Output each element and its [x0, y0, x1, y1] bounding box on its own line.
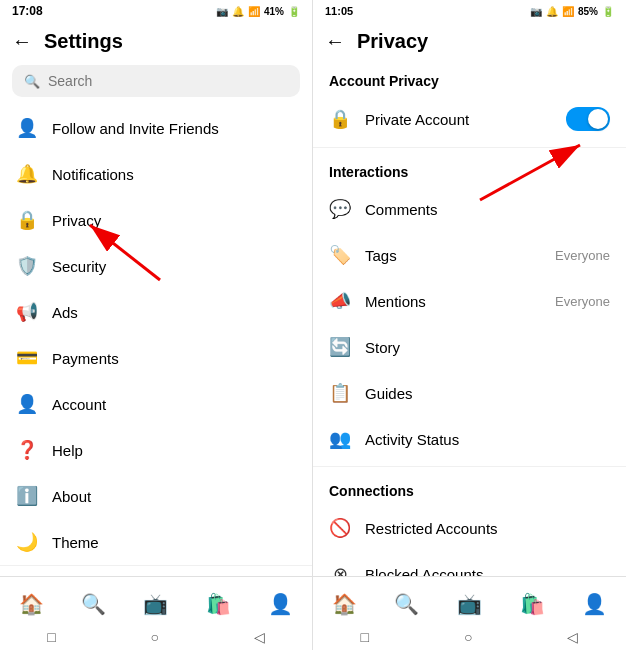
- left-nav-reels[interactable]: 📺: [143, 591, 169, 617]
- mentions-icon: 📣: [329, 290, 351, 312]
- blocked-accounts-label: Blocked Accounts: [365, 566, 610, 577]
- left-gesture-square: □: [47, 629, 55, 645]
- right-top-bar: ← Privacy: [313, 22, 626, 61]
- menu-item-notifications[interactable]: 🔔 Notifications: [0, 151, 312, 197]
- left-nav-home[interactable]: 🏠: [18, 591, 44, 617]
- about-icon: ℹ️: [16, 485, 38, 507]
- left-status-bar: 17:08 📷 🔔 📶 41% 🔋: [0, 0, 312, 22]
- blocked-accounts-item[interactable]: ⊗ Blocked Accounts: [313, 551, 626, 576]
- payments-label: Payments: [52, 350, 119, 367]
- right-bottom-nav: 🏠 🔍 📺 🛍️ 👤: [313, 576, 626, 626]
- right-nav-shop[interactable]: 🛍️: [519, 591, 545, 617]
- ads-label: Ads: [52, 304, 78, 321]
- story-item[interactable]: 🔄 Story: [313, 324, 626, 370]
- settings-menu-list: 👤 Follow and Invite Friends 🔔 Notificati…: [0, 105, 312, 576]
- search-input[interactable]: [48, 73, 288, 89]
- right-screen-title: Privacy: [357, 30, 428, 53]
- connections-header: Connections: [313, 471, 626, 505]
- ads-icon: 📢: [16, 301, 38, 323]
- about-label: About: [52, 488, 91, 505]
- account-privacy-header: Account Privacy: [313, 61, 626, 95]
- right-nav-search[interactable]: 🔍: [394, 591, 420, 617]
- security-label: Security: [52, 258, 106, 275]
- toggle-knob: [588, 109, 608, 129]
- guides-label: Guides: [365, 385, 610, 402]
- activity-status-item[interactable]: 👥 Activity Status: [313, 416, 626, 462]
- divider-2: [313, 466, 626, 467]
- menu-item-theme[interactable]: 🌙 Theme: [0, 519, 312, 565]
- activity-status-icon: 👥: [329, 428, 351, 450]
- divider-1: [313, 147, 626, 148]
- right-status-icons: 📷 🔔 📶 85% 🔋: [530, 6, 614, 17]
- private-account-label: Private Account: [365, 111, 552, 128]
- guides-item[interactable]: 📋 Guides: [313, 370, 626, 416]
- menu-item-privacy[interactable]: 🔒 Privacy: [0, 197, 312, 243]
- right-nav-home[interactable]: 🏠: [331, 591, 357, 617]
- comments-item[interactable]: 💬 Comments: [313, 186, 626, 232]
- left-screen-title: Settings: [44, 30, 123, 53]
- private-account-toggle[interactable]: [566, 107, 610, 131]
- right-gesture-bar: □ ○ ◁: [313, 626, 626, 650]
- menu-item-help[interactable]: ❓ Help: [0, 427, 312, 473]
- help-icon: ❓: [16, 439, 38, 461]
- theme-label: Theme: [52, 534, 99, 551]
- account-label: Account: [52, 396, 106, 413]
- help-label: Help: [52, 442, 83, 459]
- security-icon: 🛡️: [16, 255, 38, 277]
- left-nav-search[interactable]: 🔍: [81, 591, 107, 617]
- right-time: 11:05: [325, 5, 353, 17]
- menu-item-ads[interactable]: 📢 Ads: [0, 289, 312, 335]
- blocked-accounts-icon: ⊗: [329, 563, 351, 576]
- search-bar[interactable]: 🔍: [12, 65, 300, 97]
- mentions-value: Everyone: [555, 294, 610, 309]
- left-gesture-bar: □ ○ ◁: [0, 626, 312, 650]
- notifications-icon: 🔔: [16, 163, 38, 185]
- left-time: 17:08: [12, 4, 43, 18]
- right-back-button[interactable]: ←: [325, 30, 345, 53]
- right-gesture-circle: ○: [464, 629, 472, 645]
- left-top-bar: ← Settings: [0, 22, 312, 61]
- menu-item-account[interactable]: 👤 Account: [0, 381, 312, 427]
- right-status-bar: 11:05 📷 🔔 📶 85% 🔋: [313, 0, 626, 22]
- menu-item-follow[interactable]: 👤 Follow and Invite Friends: [0, 105, 312, 151]
- interactions-header: Interactions: [313, 152, 626, 186]
- tags-label: Tags: [365, 247, 541, 264]
- comments-icon: 💬: [329, 198, 351, 220]
- left-panel: 17:08 📷 🔔 📶 41% 🔋 ← Settings 🔍 👤 Follow …: [0, 0, 313, 650]
- mentions-item[interactable]: 📣 Mentions Everyone: [313, 278, 626, 324]
- theme-icon: 🌙: [16, 531, 38, 553]
- guides-icon: 📋: [329, 382, 351, 404]
- private-account-item[interactable]: 🔒 Private Account: [313, 95, 626, 143]
- left-back-button[interactable]: ←: [12, 30, 32, 53]
- right-nav-reels[interactable]: 📺: [456, 591, 482, 617]
- left-nav-profile[interactable]: 👤: [268, 591, 294, 617]
- privacy-icon: 🔒: [16, 209, 38, 231]
- activity-status-label: Activity Status: [365, 431, 610, 448]
- story-icon: 🔄: [329, 336, 351, 358]
- restricted-accounts-icon: 🚫: [329, 517, 351, 539]
- restricted-accounts-label: Restricted Accounts: [365, 520, 610, 537]
- left-gesture-circle: ○: [151, 629, 159, 645]
- menu-item-payments[interactable]: 💳 Payments: [0, 335, 312, 381]
- comments-label: Comments: [365, 201, 610, 218]
- right-nav-profile[interactable]: 👤: [582, 591, 608, 617]
- private-account-icon: 🔒: [329, 108, 351, 130]
- right-panel: 11:05 📷 🔔 📶 85% 🔋 ← Privacy Account Priv…: [313, 0, 626, 650]
- tags-icon: 🏷️: [329, 244, 351, 266]
- left-gesture-back: ◁: [254, 629, 265, 645]
- notifications-label: Notifications: [52, 166, 134, 183]
- facebook-section: FACEBOOK f 👁️ 📷 ✉️ ⊕ Accounts Center Con…: [0, 565, 312, 576]
- mentions-label: Mentions: [365, 293, 541, 310]
- payments-icon: 💳: [16, 347, 38, 369]
- left-nav-shop[interactable]: 🛍️: [205, 591, 231, 617]
- story-label: Story: [365, 339, 610, 356]
- privacy-label: Privacy: [52, 212, 101, 229]
- right-gesture-square: □: [361, 629, 369, 645]
- menu-item-about[interactable]: ℹ️ About: [0, 473, 312, 519]
- restricted-accounts-item[interactable]: 🚫 Restricted Accounts: [313, 505, 626, 551]
- left-status-icons: 📷 🔔 📶 41% 🔋: [216, 6, 300, 17]
- tags-item[interactable]: 🏷️ Tags Everyone: [313, 232, 626, 278]
- menu-item-security[interactable]: 🛡️ Security: [0, 243, 312, 289]
- follow-icon: 👤: [16, 117, 38, 139]
- account-icon: 👤: [16, 393, 38, 415]
